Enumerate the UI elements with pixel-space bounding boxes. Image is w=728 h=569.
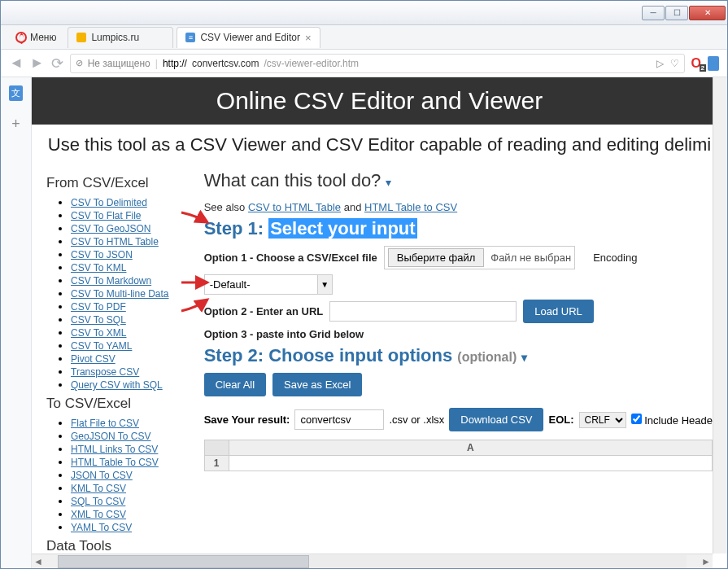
tab-csv-viewer[interactable]: ≡ CSV Viewer and Editor × — [177, 27, 320, 48]
forward-button[interactable]: ► — [30, 55, 45, 72]
save-result-label: Save Your result: — [204, 414, 290, 426]
page-subtitle: Use this tool as a CSV Viewer and CSV Ed… — [46, 125, 713, 165]
caret-down-icon: ▾ — [386, 176, 391, 189]
encoding-label: Encoding — [593, 252, 637, 264]
sidebar-link[interactable]: HTML Table To CSV — [71, 457, 159, 468]
tab-close-icon[interactable]: × — [305, 32, 312, 44]
menu-label: Меню — [30, 32, 56, 43]
load-url-button[interactable]: Load URL — [523, 300, 594, 323]
sidebar-link[interactable]: CSV To Markdown — [71, 275, 151, 287]
file-status: Файл не выбран — [490, 252, 571, 264]
tab-lumpics[interactable]: Lumpics.ru — [68, 27, 173, 48]
sidebar-link[interactable]: Flat File to CSV — [71, 418, 139, 429]
favicon-icon: ≡ — [185, 33, 195, 42]
main-content: What can this tool do? ▾ See also CSV to… — [204, 170, 713, 554]
close-button[interactable]: ✕ — [689, 6, 726, 20]
sidebar-link[interactable]: YAML To CSV — [71, 522, 132, 533]
sidebar-nav: From CSV/Excel CSV To DelimitedCSV To Fl… — [46, 170, 188, 554]
sidebar-heading-to: To CSV/Excel — [46, 396, 188, 412]
back-button[interactable]: ◄ — [9, 55, 24, 72]
arrow-icon — [180, 274, 212, 291]
sidebar-heading-from: From CSV/Excel — [46, 175, 188, 191]
link-html-to-csv[interactable]: HTML Table to CSV — [364, 201, 457, 213]
sidebar-link[interactable]: KML To CSV — [71, 483, 126, 494]
download-csv-button[interactable]: Download CSV — [449, 408, 543, 431]
reload-button[interactable]: ⟳ — [51, 55, 63, 72]
sidebar-link[interactable]: CSV To GeoJSON — [71, 223, 150, 234]
option3-label: Option 3 - paste into Grid below — [204, 328, 364, 340]
page-title: Online CSV Editor and Viewer — [32, 77, 727, 125]
step2-heading[interactable]: Step 2: Choose input options (optional) … — [204, 345, 713, 366]
sidebar-heading-tools: Data Tools — [46, 538, 188, 554]
grid-cell[interactable] — [229, 456, 712, 471]
scroll-thumb[interactable] — [58, 555, 309, 568]
link-csv-to-html[interactable]: CSV to HTML Table — [248, 201, 341, 213]
arrow-icon — [180, 296, 212, 314]
address-bar[interactable]: ⊘ Не защищено | http://convertcsv.com/cs… — [70, 54, 685, 73]
browser-tabbar: Меню Lumpics.ru ≡ CSV Viewer and Editor … — [1, 25, 727, 50]
url-input[interactable] — [329, 301, 517, 322]
extension-icon[interactable] — [708, 56, 719, 71]
save-as-excel-button[interactable]: Save as Excel — [272, 373, 362, 396]
opera-menu-button[interactable]: Меню — [7, 28, 64, 46]
sidebar-link[interactable]: JSON To CSV — [71, 470, 133, 481]
row-header[interactable]: 1 — [204, 456, 229, 471]
sidebar-link[interactable]: CSV To Flat File — [71, 210, 141, 221]
horizontal-scrollbar[interactable]: ◄ ► — [32, 554, 713, 568]
minimize-button[interactable]: ─ — [642, 6, 665, 20]
choose-file-button[interactable]: Выберите файл — [388, 248, 484, 267]
see-also-text: See also CSV to HTML Table and HTML Tabl… — [204, 201, 713, 213]
translate-icon[interactable]: 文 — [9, 85, 23, 101]
vertical-scrollbar[interactable] — [713, 77, 727, 554]
clear-all-button[interactable]: Clear All — [204, 373, 266, 396]
page-viewport: Online CSV Editor and Viewer Use this to… — [32, 77, 727, 554]
eol-select[interactable]: CRLF — [579, 412, 626, 428]
col-header[interactable]: A — [229, 440, 712, 456]
sidebar-link[interactable]: CSV To HTML Table — [71, 236, 159, 247]
window-titlebar: ─ ☐ ✕ — [1, 1, 727, 25]
add-panel-icon[interactable]: + — [11, 116, 20, 133]
what-can-heading[interactable]: What can this tool do? ▾ — [204, 170, 713, 191]
sidebar-link[interactable]: CSV To PDF — [71, 301, 126, 313]
sidebar-link[interactable]: HTML Links To CSV — [71, 444, 158, 455]
sidebar-link[interactable]: CSV To YAML — [71, 340, 132, 352]
sidebar-link[interactable]: GeoJSON To CSV — [71, 431, 150, 442]
sidebar-link[interactable]: CSV To JSON — [71, 249, 133, 260]
opera-logo-icon — [15, 32, 27, 43]
sidebar-link[interactable]: SQL To CSV — [71, 496, 125, 507]
browser-urlbar: ◄ ► ⟳ ⊘ Не защищено | http://convertcsv.… — [1, 50, 727, 77]
sidebar-link[interactable]: XML To CSV — [71, 509, 126, 520]
include-header-checkbox[interactable]: Include Heade — [631, 414, 713, 427]
filename-input[interactable] — [294, 409, 384, 430]
browser-sidebar-rail: 文 + — [1, 77, 32, 568]
favicon-icon — [76, 33, 86, 42]
option1-label: Option 1 - Choose a CSV/Excel file — [204, 252, 377, 264]
sidebar-link[interactable]: CSV To Delimited — [71, 197, 147, 208]
encoding-select[interactable]: -Default- ▼ — [204, 274, 333, 295]
maximize-button[interactable]: ☐ — [665, 6, 688, 20]
arrow-icon — [180, 209, 212, 229]
url-path: /csv-viewer-editor.htm — [264, 58, 359, 69]
bookmark-icon[interactable]: ▷ — [656, 58, 664, 69]
scroll-left-icon[interactable]: ◄ — [32, 556, 45, 567]
sidebar-link[interactable]: CSV To Multi-line Data — [71, 288, 169, 300]
ext-label: .csv or .xlsx — [389, 414, 444, 426]
tab-title: CSV Viewer and Editor — [200, 32, 300, 43]
sidebar-link[interactable]: Pivot CSV — [71, 353, 116, 365]
insecure-icon: ⊘ — [76, 58, 83, 68]
sidebar-link[interactable]: CSV To KML — [71, 262, 126, 274]
heart-icon[interactable]: ♡ — [670, 58, 679, 69]
data-grid[interactable]: A 1 — [204, 440, 713, 471]
security-label: Не защищено — [88, 58, 150, 69]
opera-extension-icon[interactable]: O2 — [691, 56, 701, 71]
sidebar-link[interactable]: CSV To XML — [71, 327, 126, 339]
sidebar-link[interactable]: Transpose CSV — [71, 366, 139, 378]
sidebar-link[interactable]: CSV To SQL — [71, 314, 126, 326]
url-host: convertcsv.com — [192, 58, 259, 69]
chevron-down-icon[interactable]: ▼ — [318, 274, 333, 295]
caret-down-icon: ▾ — [521, 351, 527, 364]
sidebar-link[interactable]: Query CSV with SQL — [71, 379, 163, 391]
scroll-right-icon[interactable]: ► — [700, 556, 713, 567]
option2-label: Option 2 - Enter an URL — [204, 305, 324, 317]
eol-label: EOL: — [548, 414, 573, 426]
